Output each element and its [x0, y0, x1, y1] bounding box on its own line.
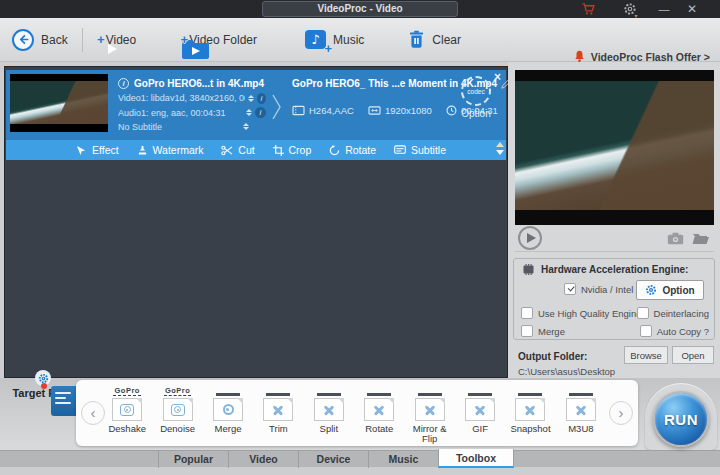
main-toolbar: Back + Video + Video Folder ♪ + Music [0, 18, 720, 62]
watermark-icon [137, 145, 148, 156]
codec-value: H264,AAC [309, 105, 354, 116]
tab-device[interactable]: Device [298, 451, 368, 468]
resolution-value: 1920x1080 [385, 105, 432, 116]
transform-chevron-icon [272, 94, 282, 120]
merge-checkbox[interactable] [521, 325, 533, 337]
list-scroll-arrows [496, 142, 504, 155]
clear-button[interactable]: Clear [408, 30, 461, 49]
effect-button[interactable]: Effect [76, 144, 119, 156]
auto-copy-label: Auto Copy ? [657, 326, 709, 337]
snapshot-camera-icon[interactable] [667, 232, 684, 245]
tool-page-icon [415, 398, 445, 421]
tab-toolbox[interactable]: Toolbox [438, 449, 514, 468]
tool-label: Rotate [365, 424, 393, 434]
audio-track-row[interactable]: Audio1: eng, aac, 00:04:31 i [118, 107, 266, 118]
video-preview[interactable] [515, 70, 714, 225]
crop-icon [273, 145, 284, 156]
info-icon[interactable]: i [118, 78, 129, 89]
cut-label: Cut [238, 144, 254, 156]
tool-label: Deshake [108, 424, 146, 434]
toolbox-item-rotate[interactable]: Rotate [354, 384, 404, 444]
output-folder-label: Output Folder: [518, 351, 587, 362]
source-filename-row: i GoPro HERO6...t in 4K.mp4 [118, 78, 266, 89]
codec-option-label: Option [454, 108, 498, 119]
track-sort-icon[interactable] [246, 109, 252, 116]
toolbox-item-mirror-flip[interactable]: Mirror & Flip [404, 384, 454, 444]
flash-offer-label: VideoProc Flash Offer > [591, 51, 710, 63]
toolbox-item-deshake[interactable]: GoPro Deshake [102, 384, 152, 444]
toolbox-item-snapshot[interactable]: Snapshot [505, 384, 555, 444]
open-button[interactable]: Open [672, 346, 714, 364]
subtitle-button[interactable]: Subtitle [394, 144, 446, 156]
toolbox-item-merge[interactable]: Merge [203, 384, 253, 444]
window-title: VideoProc - Video [262, 1, 458, 17]
video-track-row[interactable]: Video1: libdav1d, 3840x2160, 00:04... i [118, 93, 266, 104]
back-label: Back [41, 33, 68, 47]
tool-page-icon [465, 398, 495, 421]
minimize-button[interactable]: — [656, 2, 672, 16]
tool-page-icon [566, 398, 596, 421]
watermark-label: Watermark [153, 144, 204, 156]
trash-icon [408, 30, 425, 49]
audio-track-label: Audio1: eng, aac, 00:04:31 [118, 108, 243, 118]
tool-page-icon [112, 398, 142, 421]
hw-title-row: Hardware Acceleration Engine: [521, 264, 688, 275]
scroll-up-icon[interactable] [496, 142, 504, 147]
tool-label: Denoise [160, 424, 195, 434]
toolbox-next-arrow[interactable]: › [609, 401, 633, 425]
toolbox-item-m3u8[interactable]: M3U8 [556, 384, 606, 444]
clip-list-panel: i GoPro HERO6...t in 4K.mp4 Video1: libd… [4, 66, 508, 378]
hw-engine-checkbox[interactable] [564, 283, 576, 295]
hw-option-button[interactable]: Option [636, 280, 704, 300]
track-sort-icon[interactable] [243, 123, 249, 130]
add-music-button[interactable]: ♪ + Music [305, 30, 364, 49]
toolbox-item-trim[interactable]: Trim [253, 384, 303, 444]
clip-card[interactable]: i GoPro HERO6...t in 4K.mp4 Video1: libd… [6, 70, 506, 140]
scroll-down-icon[interactable] [496, 150, 504, 155]
cut-scissors-icon [221, 145, 233, 156]
open-folder-icon[interactable] [692, 232, 710, 245]
resolution-meta: 1920x1080 [368, 105, 432, 116]
toolbox-item-denoise[interactable]: GoPro Denoise [152, 384, 202, 444]
deinterlacing-checkbox[interactable] [637, 307, 649, 319]
tab-music[interactable]: Music [368, 451, 438, 468]
crop-button[interactable]: Crop [273, 144, 312, 156]
browse-button[interactable]: Browse [624, 346, 668, 364]
toolbox-item-gif[interactable]: GIF [455, 384, 505, 444]
tool-page-icon [263, 398, 293, 421]
codec-option-button[interactable]: codec Option [454, 76, 498, 119]
auto-copy-checkbox[interactable] [640, 325, 652, 337]
tool-label: Trim [269, 424, 288, 434]
music-label: Music [333, 33, 364, 47]
add-video-button[interactable]: + Video [99, 33, 136, 47]
track-info-icon[interactable]: i [257, 93, 266, 104]
tab-video[interactable]: Video [228, 451, 298, 468]
crop-label: Crop [289, 144, 312, 156]
high-quality-checkbox[interactable] [521, 307, 533, 319]
category-tabbar: Popular Video Device Music Toolbox [0, 450, 720, 467]
merge-row: Merge Auto Copy ? [521, 325, 709, 337]
notification-dot [41, 383, 47, 389]
add-video-folder-button[interactable]: + Video Folder [182, 33, 257, 47]
tool-label: Merge [215, 424, 242, 434]
tool-label: Snapshot [510, 424, 550, 434]
track-info-icon[interactable]: i [255, 107, 266, 118]
titlebar: VideoProc - Video ▾ — ✕ [0, 0, 720, 18]
toolbox-item-split[interactable]: Split [304, 384, 354, 444]
run-button[interactable]: RUN [653, 391, 709, 447]
track-sort-icon[interactable] [248, 95, 254, 102]
tab-popular[interactable]: Popular [158, 451, 228, 468]
cart-icon[interactable] [580, 2, 596, 16]
codec-gear-icon: codec [461, 76, 491, 106]
play-button[interactable] [518, 226, 542, 250]
close-button[interactable]: ✕ [684, 2, 700, 16]
back-button[interactable]: Back [12, 29, 68, 51]
clip-thumbnail[interactable] [10, 74, 108, 132]
rotate-label: Rotate [345, 144, 376, 156]
cut-button[interactable]: Cut [221, 144, 254, 156]
gopro-badge: GoPro [164, 387, 191, 396]
watermark-button[interactable]: Watermark [137, 144, 204, 156]
rotate-button[interactable]: Rotate [329, 144, 376, 156]
subtitle-track-row[interactable]: No Subtitle [118, 122, 266, 132]
output-info-column: GoPro HERO6_ This ...e Moment in 4K.mp4 … [292, 78, 460, 116]
